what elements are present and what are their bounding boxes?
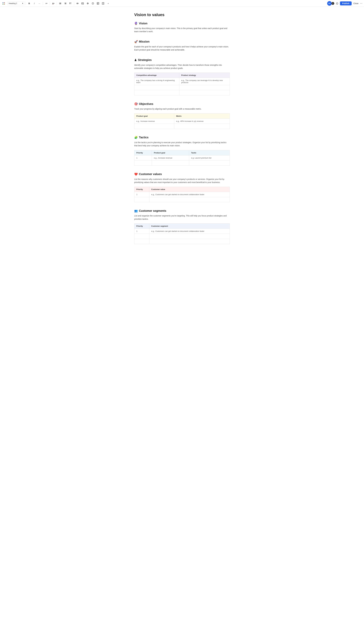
- objectives-heading-text: Objectives: [139, 102, 153, 106]
- table-cell[interactable]: [149, 239, 230, 244]
- table-cell[interactable]: [134, 197, 149, 202]
- numbered-list-button[interactable]: 1.2.3.: [63, 1, 68, 6]
- table-header-cell: Priority: [134, 187, 149, 192]
- objectives-heading: 🎯Objectives: [134, 102, 230, 106]
- svg-point-22: [88, 3, 88, 4]
- section-customer-segments: 👥Customer segmentsList and organize the …: [134, 209, 230, 244]
- table-row: [134, 239, 230, 244]
- columns-button[interactable]: [101, 1, 105, 6]
- vision-emoji: 🔮: [134, 22, 138, 25]
- table-header-cell: Customer value: [149, 187, 230, 192]
- table-cell[interactable]: e.g., 40% increase in y/y revenue: [174, 119, 230, 124]
- more-options-icon: ···: [360, 2, 362, 5]
- svg-rect-9: [60, 4, 61, 4]
- table-header-cell: Priority: [134, 224, 149, 229]
- emoji-button[interactable]: [90, 1, 95, 6]
- table-header-row: Product goalMetric: [134, 113, 230, 119]
- table-cell[interactable]: [174, 124, 230, 129]
- customer-segments-emoji: 👥: [134, 209, 138, 212]
- image-button[interactable]: [80, 1, 85, 6]
- table-cell[interactable]: [134, 239, 149, 244]
- table-cell[interactable]: [179, 90, 230, 95]
- svg-point-3: [4, 4, 5, 5]
- table-cell[interactable]: [134, 85, 179, 90]
- svg-point-2: [3, 4, 3, 5]
- more-options-button[interactable]: ···: [360, 2, 362, 5]
- image-icon: [82, 2, 84, 5]
- table-cell[interactable]: [179, 85, 230, 90]
- table-cell[interactable]: [149, 197, 230, 202]
- svg-text:3.: 3.: [64, 4, 65, 4]
- table-row: [134, 90, 230, 95]
- avatar-button[interactable]: CK: [327, 1, 332, 6]
- customer-values-table: PriorityCustomer value1e.g., Customers c…: [134, 187, 230, 202]
- table-cell[interactable]: e.g., Customers can get started on docum…: [149, 192, 230, 197]
- publish-button[interactable]: Publish: [340, 2, 352, 6]
- svg-rect-5: [60, 3, 61, 3]
- table-cell[interactable]: [152, 160, 189, 166]
- bold-button[interactable]: B: [27, 1, 32, 6]
- strategies-description: Identify your company's competitive adva…: [134, 64, 230, 70]
- emoji-icon: [92, 2, 94, 5]
- table-cell[interactable]: [134, 160, 152, 166]
- svg-point-1: [4, 3, 5, 3]
- table-cell[interactable]: 1: [134, 192, 149, 197]
- customer-values-emoji: ❤️: [134, 172, 138, 176]
- table-header-row: PriorityCustomer value: [134, 187, 230, 192]
- tactics-heading: 🧩Tactics: [134, 136, 230, 139]
- more-text-button[interactable]: ···: [37, 1, 42, 6]
- plus-more-button[interactable]: +: [106, 1, 110, 6]
- table-row: [134, 124, 230, 129]
- more-text-icon: ···: [38, 2, 40, 5]
- align-chevron-icon: ▾: [47, 3, 47, 4]
- table-cell[interactable]: [134, 124, 174, 129]
- notifications-button[interactable]: [335, 1, 340, 6]
- table-cell[interactable]: e.g., Increase revenue: [134, 119, 174, 124]
- table-cell[interactable]: [189, 160, 230, 166]
- customer-values-description: List the reasons why customers should us…: [134, 178, 230, 184]
- svg-rect-7: [60, 3, 61, 4]
- mission-heading-text: Mission: [139, 40, 150, 43]
- strategies-table: Competitive advantageProduct strategye.g…: [134, 73, 230, 95]
- invite-plus-button[interactable]: +: [332, 2, 334, 5]
- checkbox-button[interactable]: [68, 1, 73, 6]
- mission-emoji: 🚀: [134, 40, 138, 43]
- table-cell[interactable]: [149, 234, 230, 239]
- link-button[interactable]: [75, 1, 80, 6]
- svg-rect-11: [65, 3, 66, 3]
- close-label: Close: [353, 2, 358, 5]
- table-cell[interactable]: e.g., The company can leverage AI to dev…: [179, 78, 230, 85]
- customer-values-heading: ❤️Customer values: [134, 172, 230, 176]
- strategies-heading-text: Strategies: [138, 58, 152, 62]
- columns-icon: [102, 2, 104, 5]
- tactics-emoji: 🧩: [134, 136, 138, 139]
- table-cell[interactable]: 1: [134, 229, 149, 234]
- svg-point-4: [59, 3, 60, 3]
- strategies-heading: ♟Strategies: [134, 58, 230, 62]
- table-button[interactable]: [96, 1, 100, 6]
- close-button[interactable]: Close: [352, 2, 360, 6]
- toolbar-divider-1: [26, 2, 26, 5]
- table-cell[interactable]: e.g., Customers can get started on docum…: [149, 229, 230, 234]
- table-cell[interactable]: [134, 234, 149, 239]
- mission-heading: 🚀Mission: [134, 40, 230, 43]
- tactics-table: PriorityProduct goalTactic1e.g., Increas…: [134, 150, 230, 166]
- publish-label: Publish: [342, 2, 350, 5]
- table-cell[interactable]: e.g. Launch premium tier: [189, 155, 230, 160]
- svg-rect-15: [65, 4, 66, 4]
- heading-selector[interactable]: Heading 2 ▾: [8, 2, 24, 5]
- align-button[interactable]: ≡ ▾: [44, 1, 49, 6]
- italic-button[interactable]: I: [32, 1, 36, 6]
- customer-segments-description: List and organize the customer segments …: [134, 214, 230, 221]
- table-cell[interactable]: 1: [134, 155, 152, 160]
- color-icon: A: [52, 2, 54, 5]
- table-cell[interactable]: [134, 90, 179, 95]
- table-cell[interactable]: e.g., Increase revenue: [152, 155, 189, 160]
- color-button[interactable]: A ▾: [51, 1, 56, 6]
- chevron-down-icon: ▾: [22, 2, 23, 5]
- svg-point-0: [3, 3, 3, 3]
- mention-button[interactable]: [86, 1, 90, 6]
- table-cell[interactable]: e.g., The company has a strong AI engine…: [134, 78, 179, 85]
- vision-heading: 🔮Vision: [134, 22, 230, 25]
- bullet-list-button[interactable]: [58, 1, 62, 6]
